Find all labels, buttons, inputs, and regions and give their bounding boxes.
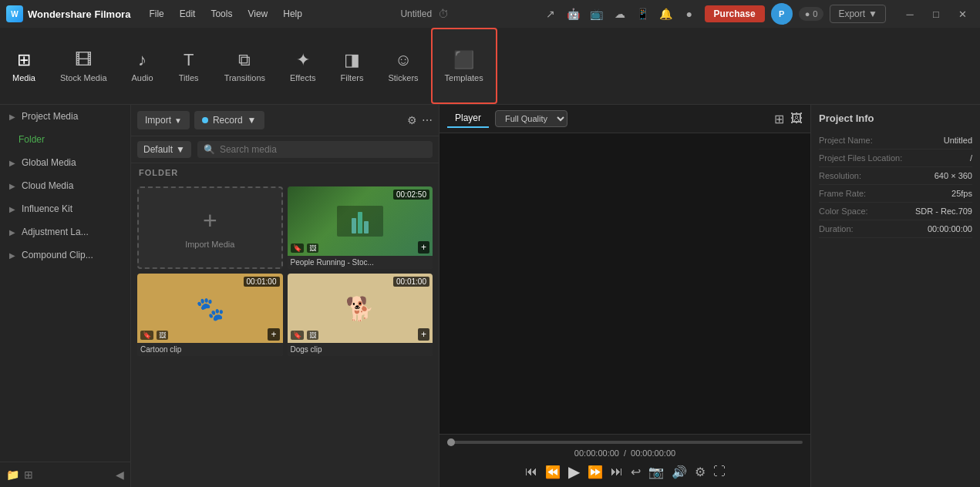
next-frame-button[interactable]: ⏭: [611, 465, 623, 479]
sidebar-item-global-media[interactable]: ▶ Global Media: [0, 151, 130, 174]
points-icon: ●: [805, 9, 810, 18]
toolbar-stickers[interactable]: ☺ Stickers: [375, 28, 430, 104]
media-duration: 00:01:00: [393, 277, 429, 287]
loop-button[interactable]: ↩: [631, 465, 641, 479]
cloud-icon[interactable]: ☁: [611, 5, 629, 23]
templates-label: Templates: [445, 73, 483, 82]
monitor-icon[interactable]: 📺: [588, 5, 606, 23]
toolbar-titles[interactable]: T Titles: [166, 28, 212, 104]
grid-view-icon[interactable]: ⊞: [774, 112, 784, 126]
points-badge: ● 0: [799, 7, 824, 21]
export-dropdown-icon[interactable]: ▼: [868, 8, 877, 19]
sidebar-label: Project Media: [22, 111, 78, 122]
camera-button[interactable]: 📷: [648, 465, 664, 479]
media-icon: ⊞: [17, 50, 31, 70]
menu-help[interactable]: Help: [277, 5, 308, 22]
sidebar-item-project-media[interactable]: ▶ Project Media: [0, 105, 130, 128]
close-button[interactable]: ✕: [951, 5, 974, 23]
media-card-people-running[interactable]: 00:02:50 🔖 🖼 + People Running - Stoc...: [288, 186, 433, 269]
rewind-button[interactable]: ⏪: [545, 465, 561, 479]
title-icons: ↗ 🤖 📺 ☁ 📱 🔔 ●: [541, 5, 699, 23]
sidebar-item-influence-kit[interactable]: ▶ Influence Kit: [0, 197, 130, 220]
import-media-label: Import Media: [185, 240, 234, 249]
playback-thumb[interactable]: [447, 438, 455, 446]
menu-view[interactable]: View: [241, 5, 274, 22]
quality-select[interactable]: Full Quality 1/2 Quality 1/4 Quality: [495, 110, 567, 127]
sidebar-item-cloud-media[interactable]: ▶ Cloud Media: [0, 174, 130, 197]
menu-tools[interactable]: Tools: [204, 5, 238, 22]
play-button[interactable]: ▶: [568, 462, 580, 481]
export-button[interactable]: Export ▼: [830, 5, 886, 23]
purchase-button[interactable]: Purchase: [705, 5, 765, 22]
info-value: 25fps: [951, 189, 972, 198]
info-row-duration: Duration: 00:00:00:00: [819, 220, 972, 238]
preview-view-icons: ⊞ 🖼: [774, 112, 803, 126]
share-icon[interactable]: ↗: [541, 5, 560, 23]
import-button[interactable]: Import ▼: [137, 111, 190, 129]
settings-button[interactable]: ⚙: [695, 465, 706, 479]
record-button[interactable]: Record ▼: [194, 111, 264, 129]
titlebar: W Wondershare Filmora File Edit Tools Vi…: [0, 0, 980, 28]
search-input[interactable]: [220, 144, 426, 155]
menu-file[interactable]: File: [143, 5, 170, 22]
info-label: Resolution:: [819, 171, 861, 180]
sidebar-item-compound[interactable]: ▶ Compound Clip...: [0, 244, 130, 267]
bell-icon[interactable]: 🔔: [657, 5, 675, 23]
phone-icon[interactable]: 📱: [634, 5, 652, 23]
media-item-label: People Running - Stoc...: [288, 256, 433, 269]
info-value: SDR - Rec.709: [915, 207, 972, 216]
menu-bar: File Edit Tools View Help: [143, 5, 308, 22]
prev-frame-button[interactable]: ⏮: [525, 465, 537, 479]
profile-avatar[interactable]: P: [771, 3, 793, 25]
preview-canvas: [439, 133, 810, 434]
toolbar-effects[interactable]: ✦ Effects: [278, 28, 328, 104]
info-value: 00:00:00:00: [928, 224, 972, 233]
ai-icon[interactable]: 🤖: [564, 5, 583, 23]
add-media-icon[interactable]: ⊞: [24, 469, 33, 481]
main-toolbar: ⊞ Media 🎞 Stock Media ♪ Audio T Titles ⧉…: [0, 28, 980, 105]
fullscreen-icon[interactable]: 🖼: [790, 112, 803, 126]
add-folder-icon[interactable]: 📁: [6, 469, 19, 481]
preview-area: Player Full Quality 1/2 Quality 1/4 Qual…: [439, 105, 810, 487]
record-label: Record: [213, 115, 243, 126]
sidebar-item-folder[interactable]: Folder: [0, 128, 130, 151]
toolbar-media[interactable]: ⊞ Media: [0, 28, 48, 104]
export-label: Export: [838, 8, 865, 19]
forward-button[interactable]: ⏩: [588, 465, 603, 479]
minimize-button[interactable]: ─: [898, 5, 921, 23]
collapse-sidebar-icon[interactable]: ◀: [116, 469, 124, 481]
default-button[interactable]: Default ▼: [137, 141, 191, 158]
info-value: /: [970, 153, 972, 163]
app-logo: W Wondershare Filmora: [6, 5, 130, 22]
info-row-frame-rate: Frame Rate: 25fps: [819, 185, 972, 203]
info-row-color-space: Color Space: SDR - Rec.709: [819, 203, 972, 220]
info-value: 640 × 360: [935, 171, 972, 180]
import-dropdown-icon: ▼: [174, 116, 182, 125]
file-title: Untitled: [400, 8, 432, 19]
notify-icon[interactable]: ●: [680, 5, 699, 23]
toolbar-audio[interactable]: ♪ Audio: [120, 28, 166, 104]
tab-player[interactable]: Player: [447, 109, 489, 128]
toolbar-templates[interactable]: ⬛ Templates: [431, 28, 497, 104]
maximize-button[interactable]: □: [924, 5, 948, 23]
filter-icon[interactable]: ⚙: [407, 114, 417, 126]
toolbar-stock-media[interactable]: 🎞 Stock Media: [48, 28, 120, 104]
toolbar-filters[interactable]: ◨ Filters: [328, 28, 375, 104]
search-box[interactable]: 🔍: [197, 141, 433, 158]
playback-progress-bar[interactable]: [447, 441, 803, 444]
sidebar-item-adjustment[interactable]: ▶ Adjustment La...: [0, 220, 130, 244]
toolbar-transitions[interactable]: ⧉ Transitions: [212, 28, 278, 104]
folder-section-label: FOLDER: [131, 163, 439, 182]
menu-edit[interactable]: Edit: [173, 5, 202, 22]
sidebar-label: Global Media: [22, 157, 76, 168]
audio-button[interactable]: 🔊: [672, 465, 687, 479]
templates-icon: ⬛: [453, 50, 474, 70]
media-card-cartoon[interactable]: 🐾 00:01:00 🔖 🖼 + Cartoon clip: [137, 274, 283, 356]
more-options-icon[interactable]: ⋯: [422, 114, 433, 126]
import-media-card[interactable]: + Import Media: [137, 186, 283, 269]
default-label: Default: [143, 144, 173, 155]
stock-media-label: Stock Media: [60, 73, 107, 82]
record-dot-icon: [202, 117, 208, 123]
fullscreen-button[interactable]: ⛶: [713, 465, 726, 479]
media-card-dogs[interactable]: 🐕 00:01:00 🔖 🖼 + Dogs clip: [288, 274, 433, 356]
